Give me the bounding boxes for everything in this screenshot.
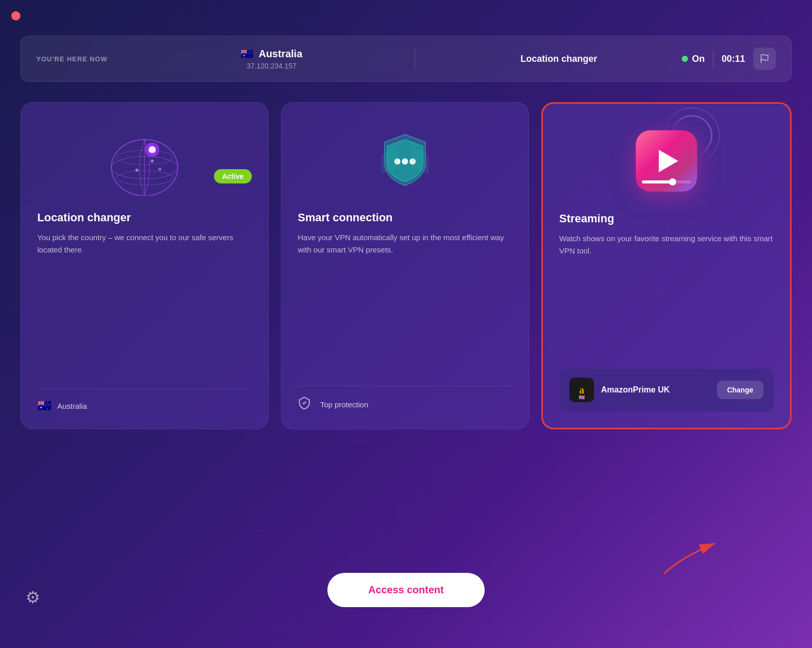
status-on: On [682,54,705,64]
settings-button[interactable]: ⚙ [26,588,40,607]
location-changer-card[interactable]: Active Location changer You pick the cou… [20,102,269,429]
timer: 00:11 [722,54,745,64]
smart-connection-title: Smart connection [298,211,512,224]
divider [713,51,713,66]
streaming-service-area: a 🇬🇧 AmazonPrime UK Change [559,358,774,411]
vpn-tool-section: Location changer [415,54,681,64]
svg-point-10 [149,146,156,153]
svg-point-6 [151,159,154,163]
location-changer-desc: You pick the country – we connect you to… [37,232,252,373]
streaming-service-name: AmazonPrime UK [601,385,710,395]
location-changer-footer-text: Australia [57,402,87,410]
smart-connection-desc: Have your VPN automatically set up in th… [298,232,512,370]
streaming-title: Streaming [559,212,774,225]
streaming-icon-wrapper [631,125,702,197]
streaming-service-bar: a 🇬🇧 AmazonPrime UK Change [559,368,774,411]
settings-icon: ⚙ [26,588,40,607]
streaming-progress-fill [642,180,674,183]
amazon-icon: a 🇬🇧 [569,378,594,402]
arrow-annotation [638,518,741,579]
location-info: 🇦🇺 Australia 37.120.234.157 [149,48,415,70]
smart-connection-footer: Top protection [298,385,512,412]
you-here-label: YOU'RE HERE NOW [36,55,149,63]
status-right: On 00:11 [682,48,776,70]
location-changer-icon-area [37,119,252,201]
access-content-area: Access content [327,573,485,607]
streaming-play-icon [636,130,697,192]
streaming-card[interactable]: Streaming Watch shows on your favorite s… [541,102,792,429]
access-content-button[interactable]: Access content [327,573,485,607]
streaming-icon-area [559,120,774,202]
flag-button[interactable] [753,48,776,70]
shield-footer-icon [298,396,314,412]
ip-address: 37.120.234.157 [247,62,296,70]
green-dot-icon [682,56,688,62]
smart-connection-icon [367,127,443,193]
location-changer-title: Location changer [37,211,252,224]
streaming-desc: Watch shows on your favorite streaming s… [559,233,774,358]
status-bar: YOU'RE HERE NOW 🇦🇺 Australia 37.120.234.… [20,36,792,82]
change-button[interactable]: Change [717,381,763,399]
vpn-tool-label: Location changer [520,54,597,64]
smart-connection-icon-area [298,119,512,201]
location-name: 🇦🇺 Australia [241,48,302,60]
svg-point-8 [158,168,161,171]
svg-point-7 [135,169,138,172]
globe-icon [104,124,185,196]
play-triangle-icon [659,150,678,172]
streaming-progress-dot [669,178,676,186]
smart-connection-card[interactable]: Smart connection Have your VPN automatic… [281,102,529,429]
australia-flag-footer-icon: 🇦🇺 [37,399,51,412]
streaming-progress-bar [642,180,691,183]
location-changer-footer: 🇦🇺 Australia [37,388,252,412]
active-badge: Active [214,169,252,183]
australia-flag-icon: 🇦🇺 [241,48,253,60]
close-button[interactable] [11,11,20,20]
smart-connection-footer-text: Top protection [320,400,368,409]
cards-area: Active Location changer You pick the cou… [20,102,792,429]
svg-point-12 [402,158,408,165]
